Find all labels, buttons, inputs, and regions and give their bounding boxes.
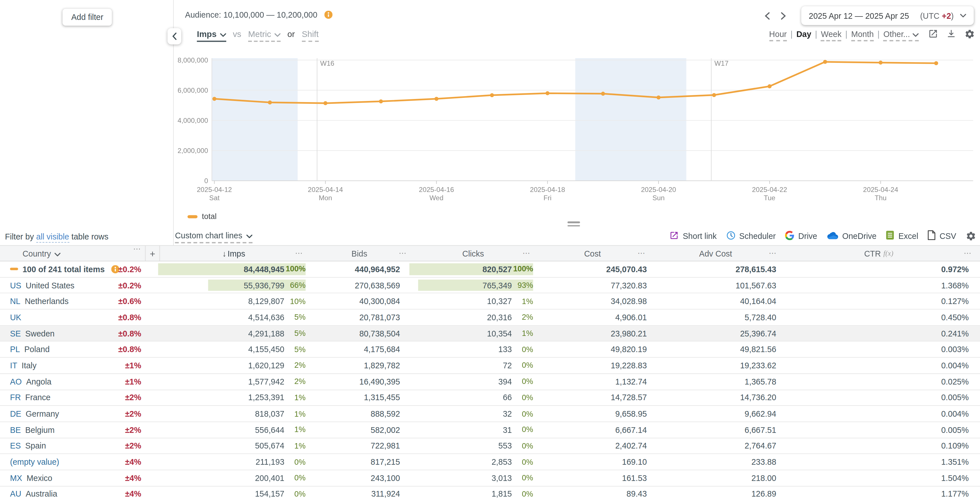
country-code-link[interactable]: NL: [10, 297, 21, 306]
clicks-percent: 1%: [512, 297, 533, 306]
column-menu-icon[interactable]: ⋯: [769, 249, 777, 258]
data-point[interactable]: [323, 101, 328, 105]
chevron-left-icon[interactable]: [760, 7, 774, 24]
data-point[interactable]: [878, 61, 883, 65]
table-body: 100 of 241 total items±0.2%84,448,945100…: [0, 261, 980, 500]
column-menu-icon[interactable]: ⋯: [133, 244, 141, 253]
info-icon[interactable]: [324, 11, 332, 19]
data-point[interactable]: [490, 93, 494, 97]
data-point[interactable]: [212, 97, 216, 101]
data-point[interactable]: [379, 99, 383, 103]
download-icon[interactable]: [946, 29, 956, 39]
column-menu-icon[interactable]: ⋯: [522, 249, 531, 258]
column-header-adv-cost[interactable]: Adv Cost ⋯: [650, 246, 781, 261]
granularity-day[interactable]: Day: [796, 29, 811, 41]
table-row[interactable]: USUnited States±0.2%55,936,79966%270,638…: [0, 278, 980, 294]
info-icon[interactable]: [111, 265, 119, 273]
country-code-link[interactable]: PL: [10, 345, 20, 354]
legend-item-total[interactable]: total: [188, 212, 217, 221]
country-code-link[interactable]: BE: [10, 425, 21, 435]
country-name[interactable]: (empty value): [10, 457, 59, 467]
column-menu-icon[interactable]: ⋯: [638, 249, 646, 258]
open-in-new-icon[interactable]: [928, 29, 938, 39]
table-row[interactable]: DEGermany±2%818,0371%888,592320%9,658.95…: [0, 406, 980, 422]
data-point[interactable]: [934, 61, 938, 65]
data-point[interactable]: [768, 84, 772, 88]
data-point[interactable]: [546, 91, 549, 95]
metric-selector[interactable]: Imps: [197, 29, 226, 42]
date-range-picker[interactable]: 2025 Apr 12 — 2025 Apr 25 (UTC +2): [801, 6, 974, 25]
table-row[interactable]: AOAngola±1%1,577,9422%16,490,3953940%1,1…: [0, 374, 980, 390]
table-row[interactable]: ESSpain±2%505,6741%722,9815530%2,402.742…: [0, 438, 980, 454]
country-code-link[interactable]: SE: [10, 329, 21, 338]
gear-icon[interactable]: [964, 29, 975, 39]
filter-by-scope-link[interactable]: all visible: [36, 232, 69, 243]
column-header-country[interactable]: Country: [0, 246, 123, 261]
add-filter-button[interactable]: Add filter: [62, 9, 112, 26]
data-point[interactable]: [601, 91, 605, 96]
data-point[interactable]: [268, 101, 272, 104]
table-row[interactable]: MXMexico±4%200,4010%243,1003,0130%161.53…: [0, 470, 980, 486]
data-point[interactable]: [657, 96, 660, 99]
export-scheduler[interactable]: Scheduler: [726, 230, 776, 242]
country-code-link[interactable]: FR: [10, 393, 21, 403]
add-column-button[interactable]: +: [145, 246, 160, 261]
export-onedrive[interactable]: OneDrive: [827, 231, 877, 241]
granularity-other[interactable]: Other...: [883, 29, 919, 41]
table-row[interactable]: NLNetherlands±0.6%8,129,80710%40,300,084…: [0, 294, 980, 310]
column-menu-icon[interactable]: ⋯: [399, 249, 407, 258]
country-name: Poland: [24, 345, 50, 354]
chart-resize-handle[interactable]: [568, 221, 580, 228]
table-row-total[interactable]: 100 of 241 total items±0.2%84,448,945100…: [0, 261, 980, 277]
granularity-hour[interactable]: Hour: [769, 29, 787, 41]
country-code-link[interactable]: UK: [10, 313, 21, 322]
column-header-clicks[interactable]: Clicks ⋯: [411, 246, 535, 261]
column-menu-icon[interactable]: ⋯: [964, 249, 972, 258]
country-name: Australia: [25, 489, 57, 499]
cell-country: SESweden: [0, 326, 123, 341]
table-row[interactable]: (empty value)±4%211,1930%817,2152,8530%1…: [0, 454, 980, 470]
country-code-link[interactable]: IT: [10, 361, 17, 370]
data-point[interactable]: [823, 60, 827, 64]
custom-chart-lines-dropdown[interactable]: Custom chart lines: [175, 231, 252, 243]
column-header-imps[interactable]: ↓ Imps ⋯: [160, 246, 307, 261]
column-header-bids[interactable]: Bids ⋯: [307, 246, 411, 261]
country-code-link[interactable]: US: [10, 280, 21, 290]
export-excel[interactable]: Excel: [886, 230, 918, 242]
country-code-link[interactable]: DE: [10, 409, 21, 419]
export-short-link[interactable]: Short link: [670, 230, 716, 242]
table-row[interactable]: BEBelgium±2%556,6441%582,002310%6,667.14…: [0, 422, 980, 438]
data-point[interactable]: [712, 93, 716, 97]
country-code-link[interactable]: AO: [10, 377, 22, 386]
shift-selector[interactable]: Shift: [302, 29, 318, 42]
country-code-link[interactable]: MX: [10, 473, 22, 482]
granularity-week[interactable]: Week: [821, 29, 842, 41]
cell-clicks: 1330%: [411, 342, 535, 357]
filter-by-label: Filter by: [5, 232, 34, 241]
column-header-cost[interactable]: Cost ⋯: [535, 246, 650, 261]
data-point[interactable]: [434, 97, 439, 101]
timeseries-chart[interactable]: 02,000,0004,000,0006,000,0008,000,000W16…: [173, 53, 980, 205]
country-code-link[interactable]: AU: [10, 489, 21, 499]
country-code-link[interactable]: ES: [10, 441, 21, 450]
table-row[interactable]: ITItaly±1%1,620,1292%1,829,782720%19,228…: [0, 358, 980, 374]
compare-metric-selector[interactable]: Metric: [248, 29, 280, 42]
table-row[interactable]: PLPoland±0.8%4,155,4505%4,175,6841330%49…: [0, 342, 980, 358]
granularity-month[interactable]: Month: [851, 29, 874, 41]
chevron-right-icon[interactable]: [776, 7, 790, 24]
cell-country: BEBelgium: [0, 422, 123, 438]
imps-percent: 10%: [285, 297, 306, 306]
column-header-ctr[interactable]: CTRf(x) ⋯: [781, 246, 976, 261]
table-row[interactable]: FRFrance±2%1,253,3911%1,315,455660%14,72…: [0, 390, 980, 406]
column-menu-icon[interactable]: ⋯: [295, 249, 303, 258]
collapse-panel-button[interactable]: [167, 28, 181, 45]
table-settings-gear-icon[interactable]: [966, 231, 976, 241]
cell-bids: 20,781,073: [307, 310, 411, 325]
table-row[interactable]: UK±0.8%4,514,6365%20,781,07320,3162%4,90…: [0, 310, 980, 326]
chevron-down-icon: [246, 231, 252, 240]
table-row[interactable]: SESweden±0.8%4,291,1885%80,738,50410,354…: [0, 326, 980, 342]
clicks-value: 1,815: [413, 489, 512, 499]
export-drive[interactable]: Drive: [785, 230, 817, 242]
table-row[interactable]: AUAustralia±4%154,1570%311,9241,8150%89.…: [0, 486, 980, 500]
export-csv[interactable]: CSV: [928, 230, 956, 242]
